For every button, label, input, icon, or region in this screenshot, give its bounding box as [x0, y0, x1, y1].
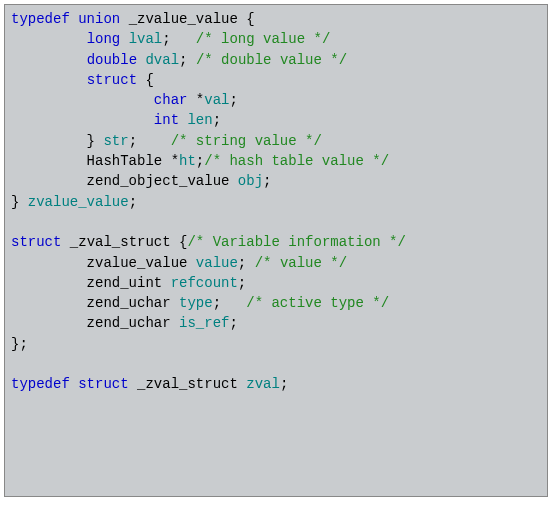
code-comment: /* long value */ [196, 31, 330, 47]
code-keyword: typedef [11, 11, 70, 27]
code-comment: /* Variable information */ [187, 234, 405, 250]
code-block: typedef union _zvalue_value { long lval;… [4, 4, 548, 497]
code-identifier: zval [246, 376, 280, 392]
code-keyword: long [87, 31, 121, 47]
code-identifier: zvalue_value [28, 194, 129, 210]
code-identifier: len [187, 112, 212, 128]
code-keyword: struct [87, 72, 137, 88]
code-keyword: struct [11, 234, 61, 250]
code-identifier: str [103, 133, 128, 149]
code-identifier: type [179, 295, 213, 311]
code-identifier: dval [145, 52, 179, 68]
code-keyword: struct [78, 376, 128, 392]
code-identifier: val [204, 92, 229, 108]
code-keyword: typedef [11, 376, 70, 392]
code-keyword: union [78, 11, 120, 27]
code-identifier: lval [129, 31, 163, 47]
code-identifier: obj [238, 173, 263, 189]
code-comment: /* double value */ [196, 52, 347, 68]
code-comment: /* value */ [255, 255, 347, 271]
code-keyword: double [87, 52, 137, 68]
code-identifier: value [196, 255, 238, 271]
code-keyword: int [154, 112, 179, 128]
code-identifier: is_ref [179, 315, 229, 331]
code-content: typedef union _zvalue_value { long lval;… [11, 11, 406, 392]
code-keyword: char [154, 92, 188, 108]
code-identifier: refcount [171, 275, 238, 291]
code-identifier: ht [179, 153, 196, 169]
code-comment: /* hash table value */ [204, 153, 389, 169]
code-comment: /* string value */ [171, 133, 322, 149]
code-comment: /* active type */ [246, 295, 389, 311]
